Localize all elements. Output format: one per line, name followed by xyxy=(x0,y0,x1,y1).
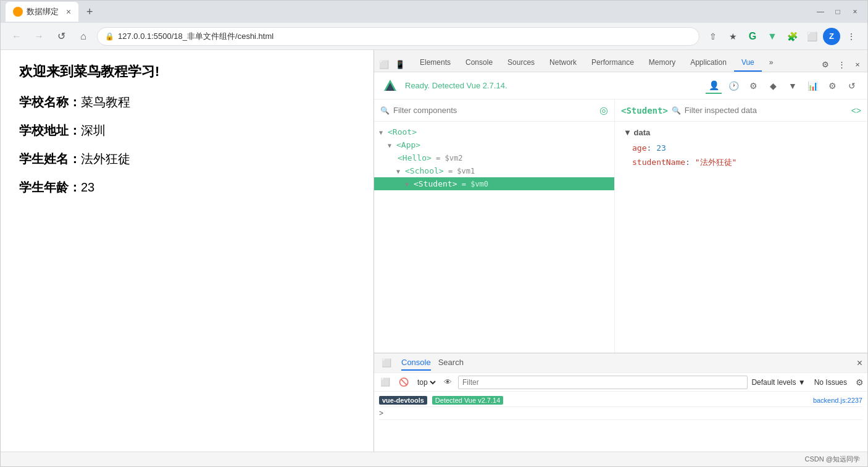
school-name-line: 学校名称：菜鸟教程 xyxy=(19,92,355,112)
vue-plugins-icon[interactable]: ⚙ xyxy=(745,78,761,94)
console-sidebar-icon[interactable]: ⬜ xyxy=(379,356,394,371)
target-mode-icon[interactable]: ◎ xyxy=(599,104,608,116)
url-text: 127.0.0.1:5500/18_非单文件组件/ceshi.html xyxy=(118,31,273,42)
welcome-heading: 欢迎来到菜鸟教程学习! xyxy=(19,62,355,81)
vue-components-icon[interactable]: 👤 xyxy=(706,78,722,94)
component-name-app: <App> xyxy=(396,140,420,149)
school-address-line: 学校地址：深圳 xyxy=(19,120,355,140)
footer: CSDN @知远同学 xyxy=(1,452,867,466)
devtools-close-icon[interactable]: × xyxy=(850,57,865,72)
component-name-root: <Root> xyxy=(388,127,417,137)
vue-router-icon[interactable]: ◆ xyxy=(765,78,781,94)
prop-key-studentname: studentName xyxy=(632,158,685,167)
more-menu-icon[interactable]: ⋮ xyxy=(843,28,860,45)
maximize-button[interactable]: □ xyxy=(830,4,845,19)
prop-studentname: studentName: "法外狂徒" xyxy=(624,155,859,169)
inspector-body: ▼ data age: 23 studentName: "法外狂徒" xyxy=(615,122,867,353)
user-avatar[interactable]: Z xyxy=(823,28,840,45)
components-filter-input[interactable] xyxy=(393,106,596,115)
tree-arrow-root: ▼ xyxy=(379,129,386,136)
inspector-component-name: <Student> xyxy=(621,106,668,116)
address-label: 学校地址： xyxy=(19,124,81,137)
google-translate-icon[interactable]: G xyxy=(744,28,761,45)
devtools-more-icon[interactable]: ⋮ xyxy=(834,57,849,72)
tab-title: 数据绑定 xyxy=(27,6,59,17)
filter-search-icon: 🔍 xyxy=(380,106,390,115)
devtools-settings-icon[interactable]: ⚙ xyxy=(818,57,833,72)
minimize-button[interactable]: — xyxy=(813,4,828,19)
console-eye-button[interactable]: 👁 xyxy=(441,376,454,388)
profile-icon[interactable]: ⬜ xyxy=(803,28,820,45)
console-context-select[interactable]: top xyxy=(415,377,438,387)
tab-application[interactable]: Application xyxy=(683,54,734,72)
component-tree: ▼ <Root> ▼ <App> <Hello> = $vm2 xyxy=(374,122,614,353)
tab-area: 数据绑定 × + xyxy=(6,2,808,22)
tree-item-root[interactable]: ▼ <Root> xyxy=(374,125,614,138)
vue-devtools-header: Ready. Detected Vue 2.7.14. 👤 🕐 ⚙ ◆ ▼ 📊 … xyxy=(374,72,867,99)
console-no-issues-badge: No Issues xyxy=(809,377,852,388)
components-filter-bar: 🔍 ◎ xyxy=(374,99,614,122)
vue-chart-icon[interactable]: 📊 xyxy=(804,78,820,94)
tree-item-app[interactable]: ▼ <App> xyxy=(374,138,614,151)
tab-vue[interactable]: Vue xyxy=(734,54,762,72)
devtools-panel: ⬜ 📱 Elements Console Sources Network Per… xyxy=(373,50,867,452)
tree-item-hello[interactable]: <Hello> = $vm2 xyxy=(374,151,614,164)
vue-dropdown-icon[interactable]: ▼ xyxy=(785,78,801,94)
inspector-filter-input[interactable] xyxy=(685,106,848,115)
console-sidebar-toggle[interactable]: ⬜ xyxy=(378,376,393,388)
console-panel: ⬜ Console Search × ⬜ 🚫 top 👁 Default le xyxy=(374,353,867,452)
console-settings-button[interactable]: ⚙ xyxy=(856,377,864,387)
tab-close-button[interactable]: × xyxy=(66,7,71,17)
console-levels-select[interactable]: Default levels ▼ xyxy=(751,378,805,387)
school-label: 学校名称： xyxy=(19,95,81,109)
tab-sources[interactable]: Sources xyxy=(500,54,542,72)
components-panel: 🔍 ◎ ▼ <Root> ▼ <App> xyxy=(374,99,615,353)
home-button[interactable]: ⌂ xyxy=(75,28,92,45)
tab-elements[interactable]: Elements xyxy=(412,54,458,72)
tab-network[interactable]: Network xyxy=(542,54,584,72)
inspect-element-icon[interactable]: ⬜ xyxy=(377,57,391,72)
component-name-hello: <Hello> xyxy=(398,153,432,162)
console-filter-input[interactable] xyxy=(458,376,748,389)
tree-item-student[interactable]: ▼ <Student> = $vm0 xyxy=(374,177,614,190)
tab-memory[interactable]: Memory xyxy=(641,54,683,72)
tab-console[interactable]: Console xyxy=(458,54,500,72)
vue-timeline-icon[interactable]: 🕐 xyxy=(725,78,741,94)
vm-ref-hello: = $vm2 xyxy=(432,154,463,162)
tab-more[interactable]: » xyxy=(762,54,781,72)
new-tab-button[interactable]: + xyxy=(81,3,98,20)
close-button[interactable]: × xyxy=(848,4,862,19)
tab-performance[interactable]: Performance xyxy=(584,54,641,72)
console-entry-link[interactable]: backend.js:2237 xyxy=(813,397,862,404)
bookmark-icon[interactable]: ★ xyxy=(724,28,741,45)
console-expand-arrow[interactable]: > xyxy=(379,409,383,418)
active-tab[interactable]: 数据绑定 × xyxy=(6,2,78,22)
extensions-icon[interactable]: 🧩 xyxy=(783,28,801,45)
vue-panels: 🔍 ◎ ▼ <Root> ▼ <App> xyxy=(374,99,867,353)
console-toolbar: ⬜ 🚫 top 👁 Default levels ▼ No Issues ⚙ xyxy=(374,373,867,392)
console-tabs: ⬜ Console Search × xyxy=(374,353,867,373)
inspector-search-icon: 🔍 xyxy=(672,106,681,115)
window-controls: — □ × xyxy=(813,4,862,19)
vm-ref-school: = $vm1 xyxy=(444,167,475,175)
console-close-button[interactable]: × xyxy=(857,358,862,369)
url-bar[interactable]: 🔒 127.0.0.1:5500/18_非单文件组件/ceshi.html xyxy=(97,27,699,46)
inspector-code-icon[interactable]: <> xyxy=(851,106,861,116)
lock-icon: 🔒 xyxy=(105,32,114,41)
console-tab-search[interactable]: Search xyxy=(438,355,464,371)
vue-settings-icon[interactable]: ⚙ xyxy=(824,78,840,94)
prop-value-age: 23 xyxy=(656,143,666,153)
refresh-button[interactable]: ↺ xyxy=(52,28,70,45)
device-emulation-icon[interactable]: 📱 xyxy=(393,57,407,72)
forward-button[interactable]: → xyxy=(30,28,48,45)
devtools-tabs: ⬜ 📱 Elements Console Sources Network Per… xyxy=(374,50,867,72)
tree-item-school[interactable]: ▼ <School> = $vm1 xyxy=(374,164,614,177)
console-tab-console[interactable]: Console xyxy=(401,355,431,371)
share-icon[interactable]: ⇧ xyxy=(704,28,722,45)
vue-refresh-icon[interactable]: ↺ xyxy=(844,78,860,94)
console-entry-vue: vue-devtools Detected Vue v2.7.14 backen… xyxy=(379,394,862,407)
back-button[interactable]: ← xyxy=(8,28,25,45)
page-content: 欢迎来到菜鸟教程学习! 学校名称：菜鸟教程 学校地址：深圳 学生姓名：法外狂徒 … xyxy=(1,50,373,452)
console-clear-button[interactable]: 🚫 xyxy=(396,376,411,388)
vue-extension-icon[interactable]: ▼ xyxy=(764,28,781,45)
